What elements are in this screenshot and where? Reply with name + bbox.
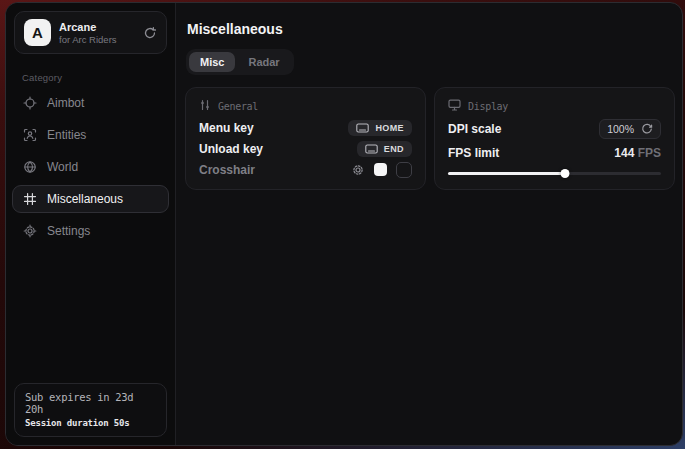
subscription-info-card: Sub expires in 23d 20h Session duration …	[14, 383, 167, 437]
display-card-title: Display	[468, 101, 508, 112]
crosshair-row: Crosshair	[199, 159, 412, 180]
gear-icon	[23, 224, 37, 238]
unload-key-row: Unload key END	[199, 138, 412, 159]
tab-misc[interactable]: Misc	[189, 52, 235, 72]
dpi-scale-label: DPI scale	[448, 122, 501, 136]
app-header-card: A Arcane for Arc Riders	[14, 11, 167, 54]
crosshair-checkbox[interactable]	[396, 162, 412, 178]
sidebar-item-label: World	[47, 160, 78, 174]
globe-icon	[23, 160, 37, 174]
general-card-title: General	[218, 101, 258, 112]
general-card: General Menu key HOME	[185, 87, 426, 190]
fps-limit-unit: FPS	[638, 146, 661, 160]
slider-fill	[448, 172, 565, 175]
app-window: A Arcane for Arc Riders Category	[5, 2, 683, 446]
app-subtitle: for Arc Riders	[59, 34, 117, 45]
sidebar-item-label: Entities	[47, 128, 86, 142]
category-label: Category	[6, 62, 175, 89]
refresh-icon[interactable]	[143, 26, 157, 40]
session-duration-text: Session duration 50s	[25, 418, 156, 428]
sub-expiry-text: Sub expires in 23d 20h	[25, 391, 156, 415]
unload-key-bind-button[interactable]: END	[357, 141, 412, 157]
unload-key-value: END	[384, 144, 404, 154]
person-scan-icon	[23, 128, 37, 142]
sidebar-item-label: Miscellaneous	[47, 192, 123, 206]
sidebar-nav: Aimbot Entities	[6, 89, 175, 245]
dpi-scale-select[interactable]: 100%	[599, 119, 661, 139]
sidebar: A Arcane for Arc Riders Category	[6, 3, 176, 445]
sliders-icon	[199, 99, 211, 113]
sidebar-item-label: Aimbot	[47, 96, 84, 110]
crosshair-label: Crosshair	[199, 163, 255, 177]
app-meta: Arcane for Arc Riders	[59, 21, 117, 45]
monitor-icon	[448, 99, 461, 113]
menu-key-row: Menu key HOME	[199, 117, 412, 138]
page-title: Miscellaneous	[187, 21, 675, 37]
keyboard-icon	[365, 144, 378, 154]
tab-bar: Misc Radar	[186, 49, 294, 75]
main-content: Miscellaneous Misc Radar General	[176, 3, 683, 445]
display-card: Display DPI scale 100%	[434, 87, 675, 190]
crosshair-controls	[351, 162, 412, 178]
fps-limit-row: FPS limit 144 FPS	[448, 141, 661, 165]
sidebar-item-entities[interactable]: Entities	[12, 121, 169, 149]
fps-limit-number: 144	[614, 146, 634, 160]
slider-thumb[interactable]	[561, 169, 570, 178]
sidebar-item-label: Settings	[47, 224, 90, 238]
grid-sliders-icon	[23, 192, 37, 206]
fps-limit-label: FPS limit	[448, 146, 499, 160]
sidebar-item-world[interactable]: World	[12, 153, 169, 181]
keyboard-icon	[356, 123, 369, 133]
dpi-scale-row: DPI scale 100%	[448, 117, 661, 141]
fps-limit-value: 144 FPS	[614, 146, 661, 160]
general-card-header: General	[199, 99, 412, 113]
display-card-header: Display	[448, 99, 661, 113]
sidebar-item-miscellaneous[interactable]: Miscellaneous	[12, 185, 169, 213]
crosshair-icon	[23, 96, 37, 110]
unload-key-label: Unload key	[199, 142, 263, 156]
crosshair-settings-gear-icon[interactable]	[351, 163, 365, 177]
cards-row: General Menu key HOME	[185, 87, 675, 190]
app-logo: A	[24, 19, 51, 46]
menu-key-bind-button[interactable]: HOME	[348, 120, 412, 136]
fps-limit-slider[interactable]	[448, 168, 661, 179]
app-name: Arcane	[59, 21, 117, 33]
crosshair-color-swatch[interactable]	[374, 163, 387, 176]
menu-key-value: HOME	[375, 123, 404, 133]
sidebar-item-settings[interactable]: Settings	[12, 217, 169, 245]
reset-icon[interactable]	[641, 123, 653, 135]
menu-key-label: Menu key	[199, 121, 254, 135]
tab-radar[interactable]: Radar	[237, 52, 290, 72]
sidebar-item-aimbot[interactable]: Aimbot	[12, 89, 169, 117]
dpi-scale-value: 100%	[607, 123, 634, 135]
